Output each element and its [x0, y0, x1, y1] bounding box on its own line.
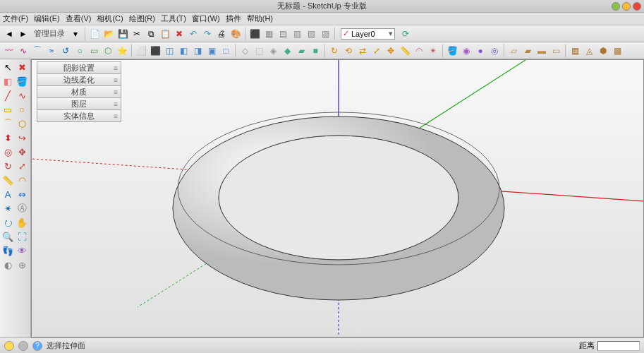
push-icon[interactable]: ⬍: [1, 131, 14, 144]
freehand-icon[interactable]: ∿: [17, 44, 30, 57]
mat2-icon[interactable]: ●: [474, 44, 487, 57]
menu-tools[interactable]: 工具(T): [161, 13, 186, 24]
status-dot1[interactable]: [4, 341, 14, 351]
viewport-3d[interactable]: 阴影设置 边线柔化 材质 图层 实体信息: [31, 59, 644, 337]
section-icon2[interactable]: ▱: [507, 44, 520, 57]
panel-soften[interactable]: 边线柔化: [37, 73, 121, 86]
protractor-tool-icon[interactable]: ◠: [16, 174, 28, 186]
view-front-icon[interactable]: ◫: [163, 44, 176, 57]
pan-icon[interactable]: ✋: [16, 216, 28, 229]
paint-icon[interactable]: 🪣: [446, 44, 458, 57]
nav-back-icon[interactable]: ◄: [3, 28, 16, 40]
tape-icon2[interactable]: 📏: [399, 44, 411, 57]
scale-tool-icon[interactable]: ⤢: [16, 160, 28, 172]
open-icon[interactable]: 📂: [102, 28, 115, 40]
polygon-tool-icon[interactable]: ⬡: [16, 117, 28, 130]
menu-window[interactable]: 窗口(W): [192, 13, 220, 24]
front-icon[interactable]: ▤: [277, 28, 289, 40]
stamp-icon[interactable]: ⬢: [597, 44, 609, 57]
paste-icon[interactable]: 📋: [159, 28, 171, 40]
circle-icon2[interactable]: ○: [73, 44, 86, 57]
close-button[interactable]: [633, 2, 641, 11]
palette-icon[interactable]: 🎨: [229, 28, 242, 40]
offset-icon[interactable]: ◎: [1, 145, 14, 158]
top-icon[interactable]: ▦: [262, 28, 275, 40]
tape-tool-icon[interactable]: 📏: [1, 174, 14, 186]
protractor-icon[interactable]: ◠: [413, 44, 425, 57]
zoom-ext-icon[interactable]: ⛶: [16, 230, 28, 243]
minimize-button[interactable]: [612, 2, 620, 11]
panel-shadow[interactable]: 阴影设置: [37, 61, 121, 74]
move-tool-icon[interactable]: ✥: [16, 145, 28, 158]
mat1-icon[interactable]: ◉: [460, 44, 473, 57]
cut-icon[interactable]: ✂: [130, 28, 143, 40]
circle-tool-icon[interactable]: ○: [16, 103, 28, 116]
menu-file[interactable]: 文件(F): [3, 13, 28, 24]
status-dot3[interactable]: ?: [32, 341, 42, 351]
scale-icon2[interactable]: ⤢: [370, 44, 383, 57]
menu-edit[interactable]: 编辑(E): [34, 13, 60, 24]
section-tool-icon[interactable]: ◐: [1, 258, 14, 271]
menu-plugins[interactable]: 插件: [226, 13, 241, 24]
arc-icon[interactable]: 〰: [3, 44, 16, 57]
xray-icon[interactable]: ◇: [238, 44, 251, 57]
3dtext-icon[interactable]: Ⓐ: [16, 202, 28, 215]
view-bottom-icon[interactable]: □: [219, 44, 232, 57]
shaded-icon[interactable]: ◆: [281, 44, 293, 57]
axes-tool-icon[interactable]: ✴: [1, 202, 14, 215]
nav-fwd-icon[interactable]: ►: [17, 28, 30, 40]
layers-icon[interactable]: ▨: [319, 28, 332, 40]
arc-tool-icon[interactable]: ⌒: [1, 117, 14, 130]
maximize-button[interactable]: [622, 2, 631, 11]
delete-icon[interactable]: ✖: [173, 28, 186, 40]
eraser-icon[interactable]: ◧: [1, 75, 14, 88]
sandbox-icon[interactable]: ▦: [569, 44, 581, 57]
mono-icon[interactable]: ■: [309, 44, 322, 57]
position-icon[interactable]: ⊕: [16, 258, 28, 271]
rotate-icon2[interactable]: ↻: [328, 44, 341, 57]
wireframe-icon[interactable]: ⬚: [253, 44, 265, 57]
manage-label[interactable]: 管理目录: [34, 28, 65, 39]
view-top-icon[interactable]: ⬛: [149, 44, 162, 57]
follow-icon[interactable]: ↪: [16, 131, 28, 144]
orbit-icon[interactable]: ⭮: [1, 216, 14, 229]
menu-view[interactable]: 查看(V): [66, 13, 92, 24]
rect-icon2[interactable]: ▭: [87, 44, 100, 57]
section-display-icon[interactable]: ▰: [521, 44, 534, 57]
shaded-tex-icon[interactable]: ▰: [295, 44, 308, 57]
line-icon[interactable]: ╱: [1, 89, 14, 102]
reverse-icon[interactable]: ↺: [59, 44, 72, 57]
measure-input[interactable]: [597, 341, 640, 351]
back-icon[interactable]: ▧: [305, 28, 317, 40]
side-icon[interactable]: ▥: [291, 28, 303, 40]
mat3-icon[interactable]: ◎: [488, 44, 501, 57]
torus-model[interactable]: [173, 112, 504, 300]
menu-help[interactable]: 帮助(H): [247, 13, 273, 24]
drape-icon[interactable]: ▩: [611, 44, 624, 57]
bezier-icon[interactable]: ≈: [45, 44, 58, 57]
status-dot2[interactable]: [18, 341, 28, 351]
zoom-icon[interactable]: 🔍: [1, 230, 14, 243]
iso-icon[interactable]: ⬛: [248, 28, 261, 40]
curve-icon[interactable]: ⌒: [31, 44, 44, 57]
freehand-tool-icon[interactable]: ∿: [16, 89, 28, 102]
walk-icon[interactable]: 👣: [1, 244, 14, 257]
smoove-icon[interactable]: ◬: [583, 44, 595, 57]
view-right-icon[interactable]: ◧: [177, 44, 190, 57]
section-fill-icon[interactable]: ▭: [549, 44, 562, 57]
rect-tool-icon[interactable]: ▭: [1, 103, 14, 116]
mirror-icon[interactable]: ⇄: [356, 44, 369, 57]
look-icon[interactable]: 👁: [16, 244, 28, 257]
view-back-icon[interactable]: ◨: [191, 44, 204, 57]
refresh-icon[interactable]: ⟳: [399, 28, 412, 40]
save-icon[interactable]: 💾: [116, 28, 129, 40]
component-icon[interactable]: ✖: [16, 61, 28, 73]
section-cut-icon[interactable]: ▬: [535, 44, 548, 57]
chevron-down-icon[interactable]: ▾: [389, 29, 393, 38]
dim-icon[interactable]: ⇔: [16, 188, 28, 201]
polygon-icon[interactable]: ⬡: [102, 44, 114, 57]
redo-icon[interactable]: ↷: [201, 28, 214, 40]
star-icon[interactable]: ⭐: [116, 44, 128, 57]
panel-entity[interactable]: 实体信息: [37, 109, 121, 122]
panel-materials[interactable]: 材质: [37, 85, 121, 98]
